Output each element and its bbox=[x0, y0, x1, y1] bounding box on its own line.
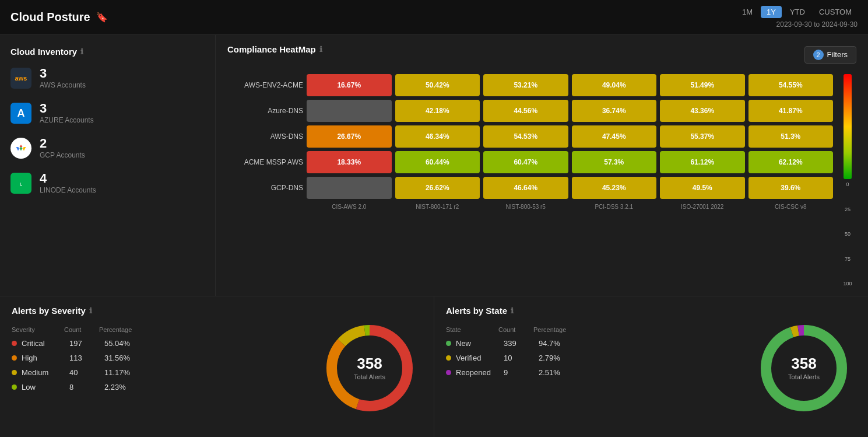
heatmap-cell[interactable]: 55.37% bbox=[660, 125, 745, 148]
heatmap-cell[interactable]: 49.5% bbox=[660, 177, 745, 199]
filter-ytd-button[interactable]: YTD bbox=[784, 6, 811, 18]
list-item: Critical 197 55.04% bbox=[12, 339, 305, 348]
heatmap-cell[interactable]: 57.3% bbox=[572, 151, 657, 173]
list-item: Low 8 2.23% bbox=[12, 383, 305, 391]
severity-pct: 2.23% bbox=[104, 383, 126, 391]
heatmap-cell[interactable]: 51.49% bbox=[660, 74, 745, 96]
gcp-logo bbox=[10, 138, 31, 159]
alerts-severity-left: Alerts by Severity ℹ Severity Count Perc… bbox=[12, 306, 305, 430]
linode-account-item: L 4 LINODE Accounts bbox=[10, 172, 205, 194]
alerts-state-info-icon[interactable]: ℹ bbox=[511, 306, 514, 315]
heatmap-cell[interactable]: 18.33% bbox=[307, 151, 392, 173]
state-pct: 94.7% bbox=[539, 339, 560, 348]
filter-1m-button[interactable]: 1M bbox=[736, 6, 758, 18]
list-item: High 113 31.56% bbox=[12, 354, 305, 362]
azure-logo: A bbox=[10, 103, 31, 124]
heatmap-col-header: CIS-CSC v8 bbox=[748, 204, 834, 210]
heatmap-cell[interactable]: 42.18% bbox=[395, 100, 480, 122]
heatmap-cell[interactable]: 62.12% bbox=[748, 151, 834, 173]
heatmap-cell[interactable]: 54.55% bbox=[748, 74, 834, 96]
severity-donut-center: 358 Total Alerts bbox=[354, 356, 385, 380]
col-severity-label: Severity bbox=[12, 326, 64, 333]
aws-logo: aws bbox=[10, 68, 31, 89]
heatmap-col-header: NIST-800-171 r2 bbox=[395, 204, 480, 210]
heatmap-row: GCP-DNS26.62%46.64%45.23%49.5%39.6% bbox=[227, 177, 833, 199]
bookmark-icon[interactable]: 🔖 bbox=[96, 12, 108, 23]
filters-button[interactable]: 2 Filters bbox=[804, 46, 856, 64]
heatmap-cell[interactable]: 46.64% bbox=[483, 177, 568, 199]
heatmap-cell[interactable]: 53.21% bbox=[483, 74, 568, 96]
heatmap-cell[interactable]: 47.45% bbox=[572, 125, 657, 148]
state-total: 358 bbox=[788, 356, 820, 371]
header-right: 1M 1Y YTD CUSTOM 2023-09-30 to 2024-09-3… bbox=[736, 6, 858, 29]
state-dot bbox=[446, 341, 451, 346]
date-range: 2023-09-30 to 2024-09-30 bbox=[776, 20, 858, 29]
heatmap-row: ACME MSSP AWS18.33%60.44%60.47%57.3%61.1… bbox=[227, 151, 833, 173]
heatmap-cell[interactable]: 26.67% bbox=[307, 125, 392, 148]
bottom-row: Alerts by Severity ℹ Severity Count Perc… bbox=[0, 296, 868, 437]
compliance-info-icon[interactable]: ℹ bbox=[319, 45, 322, 54]
azure-count: 3 bbox=[40, 102, 94, 115]
heatmap-grid: AWS-ENV2-ACME16.67%50.42%53.21%49.04%51.… bbox=[227, 74, 833, 286]
filter-custom-button[interactable]: CUSTOM bbox=[813, 6, 858, 18]
list-item: Verified 10 2.79% bbox=[446, 354, 740, 362]
heatmap-cell[interactable]: 16.67% bbox=[307, 74, 392, 96]
heatmap-cell[interactable]: 51.3% bbox=[748, 125, 834, 148]
state-count: 10 bbox=[504, 354, 539, 362]
heatmap-cell[interactable] bbox=[307, 100, 392, 122]
linode-label: LINODE Accounts bbox=[40, 186, 96, 194]
heatmap-cell[interactable]: 26.62% bbox=[395, 177, 480, 199]
severity-donut-container: 358 Total Alerts bbox=[317, 306, 422, 430]
cloud-inventory-info-icon[interactable]: ℹ bbox=[80, 47, 83, 56]
state-donut-container: 358 Total Alerts bbox=[751, 306, 856, 430]
heatmap-row-label: GCP-DNS bbox=[227, 184, 303, 192]
heatmap-cell[interactable]: 44.56% bbox=[483, 100, 568, 122]
state-dot bbox=[446, 355, 451, 361]
heatmap-cell[interactable] bbox=[307, 177, 392, 199]
heatmap-cell[interactable]: 60.47% bbox=[483, 151, 568, 173]
heatmap-cell[interactable]: 36.74% bbox=[572, 100, 657, 122]
severity-count: 113 bbox=[69, 354, 104, 362]
heatmap-cell[interactable]: 45.23% bbox=[572, 177, 657, 199]
col-state-pct-label: Percentage bbox=[533, 326, 566, 333]
heatmap-cell[interactable]: 61.12% bbox=[660, 151, 745, 173]
filter-1y-button[interactable]: 1Y bbox=[761, 6, 782, 18]
state-pct: 2.51% bbox=[539, 368, 560, 377]
azure-label: AZURE Accounts bbox=[40, 116, 94, 124]
heatmap-container: AWS-ENV2-ACME16.67%50.42%53.21%49.04%51.… bbox=[227, 74, 856, 286]
heatmap-cell[interactable]: 43.36% bbox=[660, 100, 745, 122]
heatmap-col-header: NIST-800-53 r5 bbox=[483, 204, 568, 210]
severity-total: 358 bbox=[354, 356, 385, 371]
heatmap-cell[interactable]: 39.6% bbox=[748, 177, 834, 199]
heatmap-cell[interactable]: 46.34% bbox=[395, 125, 480, 148]
cloud-inventory-title: Cloud Inventory ℹ bbox=[10, 47, 205, 57]
severity-dot bbox=[12, 370, 17, 375]
alerts-severity-info-icon[interactable]: ℹ bbox=[89, 306, 92, 315]
time-filters: 1M 1Y YTD CUSTOM bbox=[736, 6, 858, 18]
heatmap-cell[interactable]: 50.42% bbox=[395, 74, 480, 96]
severity-pct: 55.04% bbox=[104, 339, 130, 348]
heatmap-row: AWS-ENV2-ACME16.67%50.42%53.21%49.04%51.… bbox=[227, 74, 833, 96]
list-item: Medium 40 11.17% bbox=[12, 368, 305, 377]
page-title: Cloud Posture bbox=[10, 11, 90, 24]
legend-gradient bbox=[844, 74, 852, 179]
severity-pct: 11.17% bbox=[104, 368, 130, 377]
severity-pct: 31.56% bbox=[104, 354, 130, 362]
heatmap-cell[interactable]: 54.53% bbox=[483, 125, 568, 148]
alerts-state-header: State Count Percentage bbox=[446, 326, 740, 333]
alerts-state-panel: Alerts by State ℹ State Count Percentage… bbox=[434, 296, 868, 437]
severity-total-label: Total Alerts bbox=[354, 373, 385, 380]
heatmap-cell[interactable]: 41.87% bbox=[748, 100, 834, 122]
heatmap-cell[interactable]: 60.44% bbox=[395, 151, 480, 173]
aws-account-item: aws 3 AWS Accounts bbox=[10, 67, 205, 89]
heatmap-col-header: CIS-AWS 2.0 bbox=[307, 204, 392, 210]
state-name: Reopened bbox=[456, 368, 504, 377]
severity-name: Low bbox=[22, 383, 69, 391]
compliance-title: Compliance HeatMap ℹ bbox=[227, 44, 322, 54]
severity-count: 8 bbox=[69, 383, 104, 391]
heatmap-row-label: Azure-DNS bbox=[227, 107, 303, 115]
heatmap-row-label: ACME MSSP AWS bbox=[227, 158, 303, 166]
alerts-state-title: Alerts by State ℹ bbox=[446, 306, 740, 316]
col-percentage-label: Percentage bbox=[99, 326, 132, 333]
heatmap-cell[interactable]: 49.04% bbox=[572, 74, 657, 96]
